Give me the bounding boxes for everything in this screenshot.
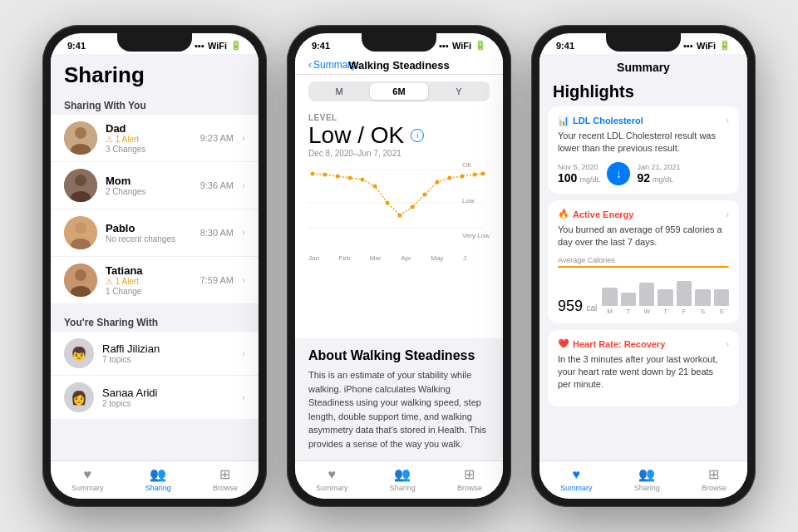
seg-6m[interactable]: 6M	[370, 83, 428, 100]
x-may: May	[431, 254, 443, 262]
contact-pablo[interactable]: Pablo No recent changes 8:30 AM ›	[51, 209, 259, 257]
bar-labels: M T W T F S S	[602, 308, 729, 315]
contact-dad[interactable]: Dad ⚠ 1 Alert 3 Changes 9:23 AM ›	[51, 115, 259, 162]
contact-tatiana[interactable]: Tatiana ⚠ 1 Alert 1 Change 7:59 AM ›	[51, 257, 259, 303]
cal-display: 959 cal	[558, 269, 729, 315]
contact-mom[interactable]: Mom 2 Changes 9:36 AM ›	[51, 162, 259, 209]
status-bar-3: 9:41 ▪▪▪ WiFi 🔋	[539, 33, 747, 54]
x-j: J	[463, 254, 466, 262]
heart-chevron: ›	[726, 338, 729, 350]
tab-sharing-1[interactable]: 👥 Sharing	[145, 466, 171, 492]
cal-value: 959	[558, 298, 583, 314]
avatar-raffi: 👦	[64, 338, 94, 368]
chart-svg-container: OK Low Very Low	[308, 161, 490, 253]
bar-w	[639, 283, 654, 306]
svg-point-23	[411, 205, 415, 209]
notch-3	[606, 33, 681, 52]
sharing-title: Sharing	[64, 62, 245, 88]
pablo-chevron: ›	[242, 227, 245, 239]
p3-content: Summary Highlights 📊 LDL Cholesterol › Y…	[539, 54, 747, 461]
sharing-label-3: Sharing	[634, 484, 660, 492]
seg-m[interactable]: M	[310, 83, 368, 100]
p3-page-title: Summary	[553, 61, 734, 74]
x-labels: Jan Feb Mar Apr May J	[308, 254, 490, 262]
about-title: About Walking Steadiness	[308, 348, 490, 363]
cal-unit: cal	[587, 303, 598, 313]
wifi-icon-3: WiFi	[697, 41, 716, 51]
summary-icon-1: ♥	[84, 467, 92, 482]
bar-t	[621, 293, 636, 306]
browse-icon-1: ⊞	[219, 466, 230, 482]
sharing-icon-1: 👥	[150, 466, 166, 482]
bar-label-t: T	[621, 308, 636, 315]
p1-header: Sharing	[51, 54, 259, 93]
mom-meta: 2 Changes	[106, 187, 192, 196]
status-bar-1: 9:41 ▪▪▪ WiFi 🔋	[51, 33, 259, 54]
ldl-date1: Nov 5, 2020	[558, 163, 600, 171]
phone-3: 9:41 ▪▪▪ WiFi 🔋 Summary Highlights 📊	[531, 25, 756, 507]
tab-sharing-3[interactable]: 👥 Sharing	[634, 466, 660, 492]
x-jan: Jan	[308, 254, 319, 262]
tatiana-time: 7:59 AM	[200, 275, 234, 285]
calories-bar-chart	[602, 273, 729, 306]
heart-category-label: Heart Rate: Recovery	[573, 339, 665, 349]
contact-dad-info: Dad ⚠ 1 Alert 3 Changes	[106, 122, 192, 154]
browse-icon-2: ⊞	[464, 466, 475, 482]
info-icon[interactable]: i	[411, 129, 424, 142]
battery-icon: 🔋	[230, 40, 242, 51]
orange-line	[558, 266, 729, 268]
pablo-name: Pablo	[106, 222, 192, 234]
tatiana-chevron: ›	[242, 274, 245, 286]
mom-changes: 2 Changes	[106, 187, 192, 196]
tab-browse-1[interactable]: ⊞ Browse	[213, 466, 238, 492]
x-feb: Feb	[338, 254, 350, 262]
ldl-unit2: mg/dL	[653, 175, 673, 184]
tab-summary-3[interactable]: ♥ Summary	[560, 467, 593, 492]
mom-name: Mom	[106, 175, 192, 187]
sharing-with-you-label: Sharing With You	[51, 93, 259, 115]
ldl-val1-row: 100 mg/dL	[558, 171, 600, 185]
phone-2: 9:41 ▪▪▪ WiFi 🔋 ‹ Summary Walking Steadi…	[287, 25, 511, 507]
energy-card[interactable]: 🔥 Active Energy › You burned an average …	[548, 200, 739, 323]
p2-content: ‹ Summary Walking Steadiness M 6M Y LEVE…	[295, 54, 503, 461]
bar-label-s2: S	[714, 308, 729, 315]
summary-label-3: Summary	[560, 484, 593, 492]
svg-point-17	[336, 175, 340, 179]
y-labels: OK Low Very Low	[462, 161, 490, 239]
tab-browse-2[interactable]: ⊞ Browse	[457, 466, 482, 492]
energy-icon: 🔥	[558, 209, 569, 219]
bar-th	[658, 289, 672, 306]
ldl-val2-row: 92 mg/dL	[637, 171, 680, 185]
bar-label-m: M	[602, 308, 617, 315]
heart-header: ❤️ Heart Rate: Recovery ›	[558, 338, 729, 350]
sharing-raffi[interactable]: 👦 Raffi Jilizian 7 topics ›	[51, 332, 259, 376]
tab-summary-2[interactable]: ♥ Summary	[316, 467, 348, 492]
svg-point-20	[373, 185, 377, 189]
pablo-meta: No recent changes	[106, 234, 192, 244]
ldl-card[interactable]: 📊 LDL Cholesterol › Your recent LDL Chol…	[548, 106, 739, 194]
summary-label-2: Summary	[316, 484, 348, 492]
sharing-icon-3: 👥	[638, 466, 655, 482]
avg-cal-label: Average Calories	[558, 256, 729, 264]
seg-y[interactable]: Y	[430, 83, 488, 100]
avatar-sanaa: 👩	[64, 382, 94, 412]
heart-card[interactable]: ❤️ Heart Rate: Recovery › In the 3 minut…	[548, 330, 739, 406]
tab-sharing-2[interactable]: 👥 Sharing	[390, 466, 416, 492]
energy-chevron: ›	[726, 209, 729, 220]
screen-2: ‹ Summary Walking Steadiness M 6M Y LEVE…	[295, 54, 503, 499]
tab-browse-3[interactable]: ⊞ Browse	[702, 466, 727, 492]
ldl-header: 📊 LDL Cholesterol ›	[558, 115, 729, 126]
bar-s2	[714, 289, 729, 306]
svg-point-24	[423, 193, 427, 197]
sharing-sanaa[interactable]: 👩 Sanaa Aridi 2 topics ›	[51, 376, 259, 419]
heart-text: In the 3 minutes after your last workout…	[558, 353, 729, 392]
ldl-val2-group: Jan 21, 2021 92 mg/dL	[637, 163, 680, 185]
down-arrow-icon: ↓	[607, 162, 630, 185]
tab-summary-1[interactable]: ♥ Summary	[71, 467, 104, 492]
y-ok: OK	[462, 161, 490, 169]
svg-point-4	[75, 175, 86, 186]
sharing-label-1: Sharing	[145, 484, 171, 492]
screen-3: Summary Highlights 📊 LDL Cholesterol › Y…	[539, 54, 747, 499]
main-value: Low / OK i	[308, 122, 490, 149]
bar-m	[602, 288, 617, 306]
